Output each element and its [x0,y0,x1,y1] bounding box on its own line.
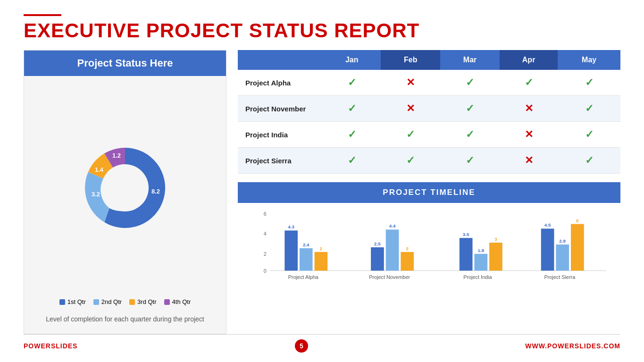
cell-india-apr: ✕ [500,122,558,148]
check-icon: ✓ [348,102,356,114]
check-icon: ✓ [348,154,356,166]
cross-icon: ✕ [525,154,533,166]
check-icon: ✓ [466,76,474,88]
donut-chart-area: 8.2 3.2 1.4 1.2 [24,76,226,295]
cell-alpha-jan: ✓ [323,70,381,96]
cell-sierra-jan: ✓ [323,148,381,174]
y-label-6: 6 [264,211,267,217]
legend-1st-qtr: 1st Qtr [59,298,86,305]
col-header-feb: Feb [381,50,440,70]
label-1st-qtr: 8.2 [151,188,160,195]
legend-dot-1st-qtr [59,299,65,305]
check-icon: ✓ [348,128,356,140]
chart-legend: 1st Qtr 2nd Qtr 3rd Qtr 4th Qtr [59,295,191,310]
cell-alpha-may: ✓ [558,70,620,96]
bar-label-alpha-3: 2 [320,246,323,251]
proj-label-india: Project India [463,274,492,280]
bar-label-nov-2: 4.4 [389,224,396,229]
header-accent-line [24,14,61,16]
check-icon: ✓ [348,76,356,88]
footer: POWERSLIDES 5 WWW.POWERSLIDES.COM [24,334,620,353]
label-3rd-qtr: 1.4 [95,166,104,173]
bar-label-nov-3: 2 [406,246,409,251]
bar-alpha-2 [300,248,313,270]
col-header-project [238,50,323,70]
page-title: EXECUTIVE PROJECT STATUS REPORT [24,20,620,42]
bar-nov-3 [401,252,414,271]
table-row: Project Sierra ✓ ✓ ✓ ✕ ✓ [238,148,620,174]
check-icon: ✓ [585,76,594,88]
bar-sierra-1 [541,229,554,271]
status-table: Jan Feb Mar Apr May Project Alpha ✓ ✕ ✓ … [238,50,620,174]
col-header-apr: Apr [500,50,558,70]
timeline-section-header: PROJECT TIMELINE [238,182,620,203]
cell-sierra-apr: ✕ [500,148,558,174]
bar-alpha-3 [315,252,328,271]
timeline-title: PROJECT TIMELINE [383,188,475,197]
legend-dot-2nd-qtr [93,299,99,305]
bar-nov-2 [386,230,399,271]
bar-chart-area: 6 4 2 0 4.3 2.4 [238,203,620,283]
bar-label-india-3: 3 [494,236,497,242]
label-4th-qtr: 1.2 [112,152,121,159]
project-name-november: Project November [238,96,323,122]
legend-dot-3rd-qtr [129,299,135,305]
check-icon: ✓ [466,154,474,166]
check-icon: ✓ [585,128,594,140]
y-label-0: 0 [264,269,267,274]
panel-title: Project Status Here [77,57,173,69]
table-row: Project India ✓ ✓ ✓ ✕ ✓ [238,122,620,148]
footer-page-number: 5 [295,339,308,353]
bar-label-sierra-1: 4.5 [544,223,551,228]
col-header-mar: Mar [440,50,500,70]
bar-label-sierra-3: 5 [576,218,579,223]
chart-description: Level of completion for each quarter dur… [32,310,218,334]
cell-nov-feb: ✕ [381,96,440,122]
bar-india-2 [474,254,487,271]
bar-label-alpha-1: 4.3 [288,225,294,230]
donut-chart: 8.2 3.2 1.4 1.2 [73,136,177,240]
bar-sierra-3 [571,224,584,271]
bar-label-nov-1: 2.5 [374,241,381,246]
title-red-part: STATUS REPORT [249,19,419,42]
cross-icon: ✕ [525,102,533,114]
cross-icon: ✕ [406,76,415,88]
bar-india-3 [489,243,502,270]
legend-4th-qtr: 4th Qtr [164,298,191,305]
cell-sierra-feb: ✓ [381,148,440,174]
check-icon: ✓ [525,76,533,88]
legend-label-1st-qtr: 1st Qtr [67,298,86,305]
bar-india-1 [460,238,473,270]
cell-india-may: ✓ [558,122,620,148]
footer-url: WWW.POWERSLIDES.COM [525,342,620,350]
check-icon: ✓ [406,128,415,140]
cell-india-mar: ✓ [440,122,500,148]
cell-alpha-apr: ✓ [500,70,558,96]
bar-chart-svg: 6 4 2 0 4.3 2.4 [257,210,611,283]
bar-label-india-1: 3.5 [463,232,469,237]
cell-india-feb: ✓ [381,122,440,148]
legend-3rd-qtr: 3rd Qtr [129,298,156,305]
brand-red: SLIDES [51,342,78,350]
check-icon: ✓ [585,102,594,114]
footer-brand: POWERSLIDES [24,342,77,350]
bar-sierra-2 [556,244,569,270]
label-2nd-qtr: 3.2 [92,191,100,198]
table-row: Project Alpha ✓ ✕ ✓ ✓ ✓ [238,70,620,96]
check-icon: ✓ [466,128,474,140]
cross-icon: ✕ [525,128,533,140]
left-panel: Project Status Here [24,50,226,334]
proj-label-alpha: Project Alpha [288,274,319,280]
legend-2nd-qtr: 2nd Qtr [93,298,122,305]
right-panel: Jan Feb Mar Apr May Project Alpha ✓ ✕ ✓ … [238,50,620,334]
page: EXECUTIVE PROJECT STATUS REPORT Project … [0,0,644,362]
main-content: Project Status Here [24,50,620,334]
proj-label-sierra: Project Sierra [544,274,576,280]
bar-label-india-2: 1.8 [477,248,484,253]
cell-india-jan: ✓ [323,122,381,148]
cell-sierra-mar: ✓ [440,148,500,174]
project-name-alpha: Project Alpha [238,70,323,96]
cell-nov-jan: ✓ [323,96,381,122]
cell-alpha-mar: ✓ [440,70,500,96]
bar-label-alpha-2: 2.4 [303,242,309,247]
